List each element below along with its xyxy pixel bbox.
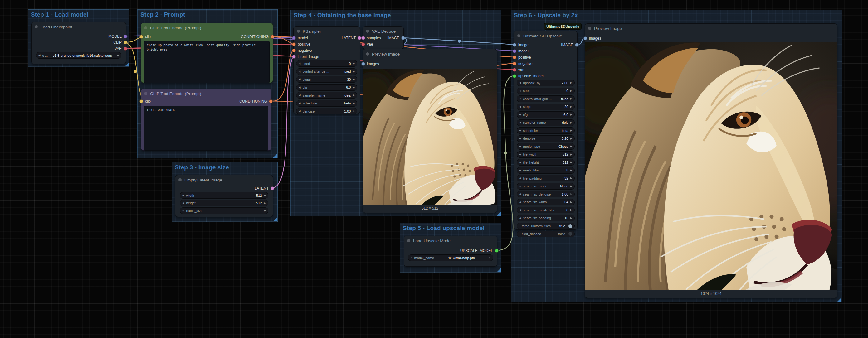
step-right-icon[interactable]: ▶ [352, 62, 355, 65]
collapse-dot-icon[interactable] [407, 239, 410, 242]
collapse-dot-icon[interactable] [517, 34, 520, 37]
widget-ckpt-name[interactable]: ◀ c ... v1-5-pruned-emaonly-fp16.safeten… [36, 52, 121, 59]
port-dot-conditioning[interactable] [292, 48, 296, 53]
step-right-icon[interactable]: ▶ [570, 81, 572, 84]
output-image[interactable]: IMAGE [387, 35, 405, 40]
toggle-on-icon[interactable] [568, 224, 572, 228]
comfyui-canvas[interactable]: { "app": {"name": "ComfyUI workflow canv… [0, 0, 868, 338]
node-load-upscale-model[interactable]: Load Upscale Model UPSCALE_MODEL ◀ model… [404, 236, 497, 266]
input-positive[interactable]: positive [513, 55, 531, 60]
step-right-icon[interactable]: ▶ [264, 194, 266, 197]
port-dot-clip[interactable] [124, 40, 127, 44]
step-left-icon[interactable]: ◀ [519, 129, 521, 132]
port-dot-latent[interactable] [271, 187, 274, 190]
input-negative[interactable]: negative [513, 61, 532, 66]
widget-upscale-by[interactable]: ◀ upscale_by 2.00 ▶ [517, 79, 575, 86]
step-left-icon[interactable]: ◀ [519, 137, 521, 140]
input-image[interactable]: image [513, 42, 529, 47]
group-title[interactable]: Step 4 - Obtaining the base image [291, 10, 501, 19]
output-conditioning[interactable]: CONDITIONING [241, 34, 274, 39]
step-left-icon[interactable]: ◀ [519, 161, 521, 164]
input-images[interactable]: images [361, 61, 379, 66]
port-dot-model[interactable] [124, 35, 127, 38]
step-right-icon[interactable]: ▶ [570, 105, 572, 108]
collapse-dot-icon[interactable] [144, 92, 147, 95]
widget-batch-size[interactable]: ◀ batch_size 1 ▶ [180, 207, 268, 214]
input-vae[interactable]: vae [513, 67, 524, 72]
step-left-icon[interactable]: ◀ [299, 102, 301, 105]
widget-height[interactable]: ◀ height 512 ▶ [180, 200, 268, 206]
widget-steps[interactable]: ◀ steps 20 ▶ [517, 103, 575, 110]
port-dot-image[interactable] [513, 43, 516, 47]
port-dot-vae[interactable] [124, 47, 127, 50]
widget-mode-type[interactable]: ◀ mode_type Chess ▶ [517, 143, 575, 150]
step-left-icon[interactable]: ◀ [519, 145, 521, 148]
input-images[interactable]: images [584, 36, 601, 41]
group-title[interactable]: Step 5 - Load upscale model [400, 223, 501, 232]
output-upscale-model[interactable]: UPSCALE_MODEL [460, 248, 499, 253]
collapse-dot-icon[interactable] [35, 25, 38, 28]
node-preview-image-upscaled[interactable]: Preview Image images 1024 × 1024 [585, 24, 837, 298]
input-clip[interactable]: clip [140, 34, 151, 39]
step-right-icon[interactable]: ▶ [570, 161, 572, 164]
prompt-textarea[interactable]: text, watermark [144, 106, 268, 150]
step-left-icon[interactable]: ◀ [519, 105, 521, 108]
step-right-icon[interactable]: ▶ [570, 129, 572, 132]
step-right-icon[interactable]: ▶ [570, 145, 572, 148]
step-right-icon[interactable]: ▶ [264, 209, 266, 212]
step-right-icon[interactable]: ▶ [570, 153, 572, 156]
port-dot-conditioning[interactable] [292, 42, 296, 46]
step-left-icon[interactable]: ◀ [38, 54, 40, 57]
step-right-icon[interactable]: ▶ [352, 102, 355, 105]
input-model[interactable]: model [513, 48, 529, 54]
port-dot-latent[interactable] [358, 36, 361, 40]
step-right-icon[interactable]: ▶ [570, 185, 572, 188]
step-left-icon[interactable]: ◀ [519, 113, 521, 116]
node-clip-text-encode-negative[interactable]: CLIP Text Encode (Prompt) clip CONDITION… [141, 89, 271, 150]
port-dot-conditioning[interactable] [513, 56, 516, 59]
widget-tile-width[interactable]: ◀ tile_width 512 ▶ [517, 151, 575, 158]
step-right-icon[interactable]: ▶ [352, 94, 355, 97]
step-left-icon[interactable]: ◀ [299, 78, 301, 81]
port-dot-conditioning[interactable] [269, 99, 273, 103]
input-vae[interactable]: vae [361, 41, 373, 47]
step-left-icon[interactable]: ◀ [182, 209, 184, 212]
step-left-icon[interactable]: ◀ [410, 256, 412, 259]
widget-seed[interactable]: ◀ seed 0 ▶ [296, 60, 357, 67]
widget-tile-height[interactable]: ◀ tile_height 512 ▶ [517, 159, 575, 166]
input-positive[interactable]: positive [292, 41, 310, 47]
step-left-icon[interactable]: ◀ [299, 70, 301, 73]
widget-seed[interactable]: ◀ seed 0 ▶ [517, 88, 575, 94]
node-preview-image-base[interactable]: Preview Image images 512 × 512 [363, 49, 497, 213]
port-dot-image[interactable] [584, 36, 587, 40]
step-right-icon[interactable]: ▶ [264, 202, 266, 205]
step-left-icon[interactable]: ◀ [519, 193, 521, 196]
widget-tile-padding[interactable]: ◀ tile_padding 32 ▶ [517, 175, 575, 181]
step-left-icon[interactable]: ◀ [299, 86, 301, 89]
output-image[interactable]: IMAGE [561, 42, 579, 47]
widget-force-uniform-tiles[interactable]: force_uniform_tiles true [517, 223, 575, 229]
input-latent-image[interactable]: latent_image [292, 54, 319, 59]
widget-width[interactable]: ◀ width 512 ▶ [180, 192, 268, 199]
input-model[interactable]: model [292, 35, 308, 40]
widget-scheduler[interactable]: ◀ scheduler beta ▶ [517, 127, 575, 134]
step-left-icon[interactable]: ◀ [182, 194, 184, 197]
step-right-icon[interactable]: ▶ [570, 217, 572, 219]
step-left-icon[interactable]: ◀ [299, 62, 301, 65]
step-left-icon[interactable]: ◀ [299, 94, 301, 97]
port-dot-vae[interactable] [361, 42, 365, 46]
widget-tiled-decode[interactable]: tiled_decode false [517, 231, 575, 237]
output-clip[interactable]: CLIP [113, 40, 127, 45]
group-title[interactable]: Step 3 - Image size [172, 163, 277, 171]
collapse-dot-icon[interactable] [144, 26, 147, 29]
group-title[interactable]: Step 1 - Load model [28, 10, 129, 18]
port-dot-clip[interactable] [140, 35, 143, 39]
step-right-icon[interactable]: ▶ [570, 90, 572, 92]
step-right-icon[interactable]: ▶ [570, 193, 572, 196]
step-left-icon[interactable]: ◀ [519, 97, 521, 100]
collapse-dot-icon[interactable] [588, 27, 591, 30]
step-right-icon[interactable]: ▶ [570, 137, 572, 140]
input-negative[interactable]: negative [292, 48, 312, 53]
widget-seam-fix-mode[interactable]: ◀ seam_fix_mode None ▶ [517, 183, 575, 190]
step-right-icon[interactable]: ▶ [570, 169, 572, 172]
